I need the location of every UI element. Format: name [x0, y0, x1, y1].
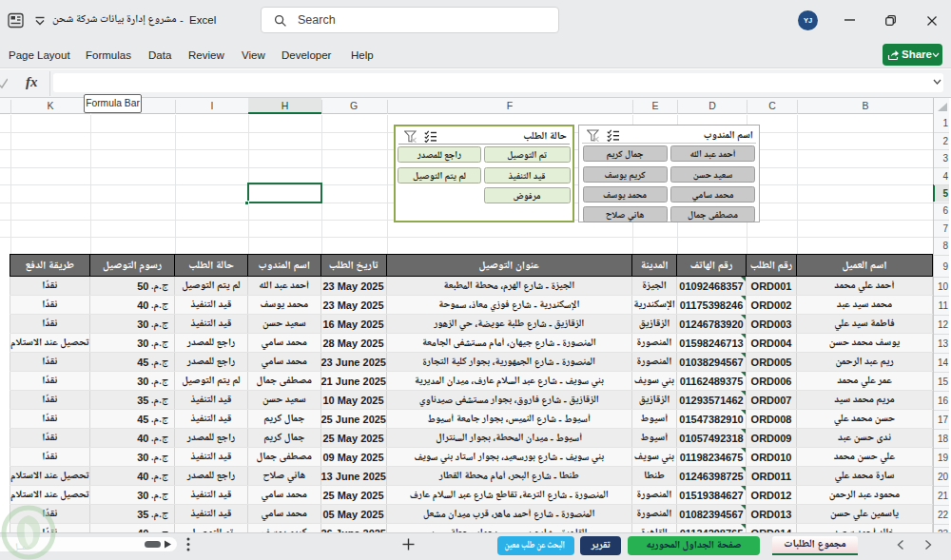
svg-text:حمــل: حمــل [12, 540, 32, 553]
